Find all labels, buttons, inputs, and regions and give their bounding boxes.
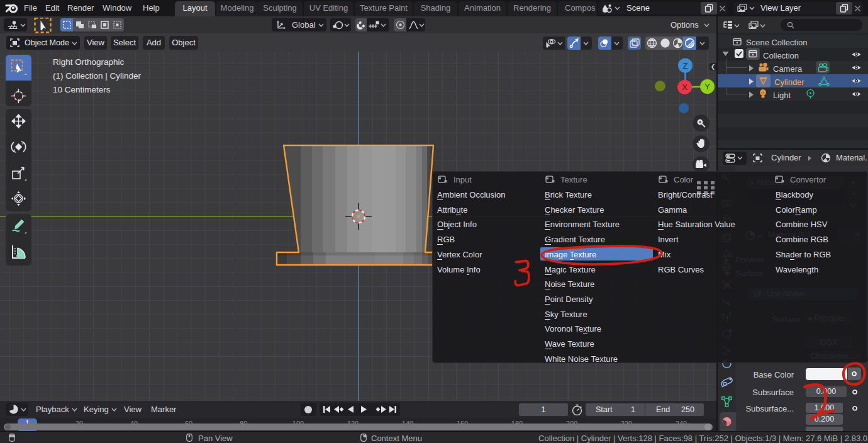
svg-text:Y: Y [704, 82, 710, 91]
svg-text:X: X [682, 82, 687, 92]
svg-text:Z: Z [683, 61, 688, 70]
